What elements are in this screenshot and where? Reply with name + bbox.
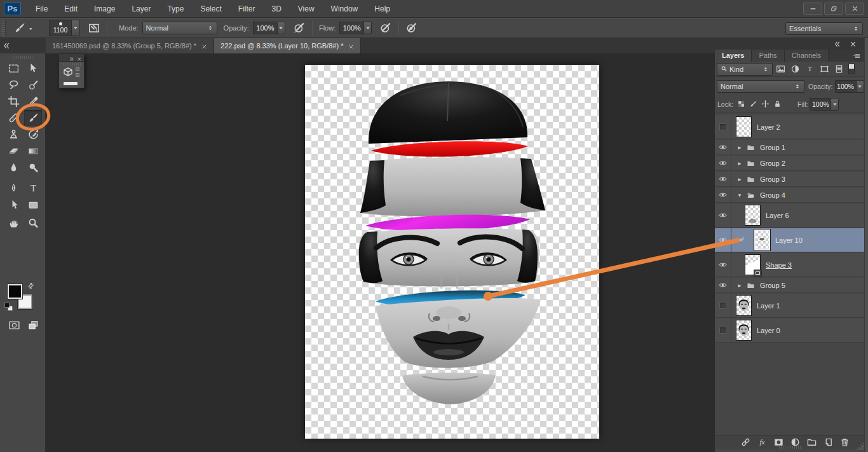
layer-row-layer-1[interactable]: Layer 1 <box>715 294 864 318</box>
panel-tab-paths[interactable]: Paths <box>752 50 784 62</box>
visibility-toggle-empty[interactable] <box>715 115 731 139</box>
toolbar-grip[interactable] <box>13 56 33 59</box>
foreground-color-swatch[interactable] <box>8 284 22 299</box>
brush-presets-panel-icon[interactable] <box>86 21 102 35</box>
close-icon[interactable] <box>850 41 857 48</box>
brush-size-picker[interactable]: 1100 <box>43 20 80 36</box>
clone-stamp-tool[interactable] <box>4 127 22 142</box>
gradient-tool[interactable] <box>24 143 42 159</box>
opacity-control[interactable]: 100% <box>253 22 285 34</box>
move-tool[interactable] <box>24 60 42 76</box>
menu-3d[interactable]: 3D <box>263 0 289 18</box>
type-layer-filter-icon[interactable]: T <box>803 64 817 74</box>
visibility-eye-icon[interactable] <box>715 156 731 170</box>
layer-thumbnail[interactable] <box>736 320 752 341</box>
visibility-toggle-empty[interactable] <box>715 294 731 317</box>
expand-group-icon[interactable]: ► <box>737 176 742 182</box>
blur-tool[interactable] <box>4 160 22 175</box>
current-tool-preset[interactable] <box>11 20 36 36</box>
menu-help[interactable]: Help <box>366 0 398 18</box>
close-icon[interactable] <box>845 3 864 15</box>
smart-object-filter-icon[interactable] <box>832 64 846 74</box>
hand-tool[interactable] <box>4 216 22 231</box>
expand-group-icon[interactable]: ► <box>737 144 742 150</box>
layer-name[interactable]: Layer 2 <box>757 123 780 131</box>
layer-name[interactable]: Group 5 <box>760 282 785 289</box>
quick-selection-tool[interactable] <box>24 77 42 93</box>
layer-row-layer-2[interactable]: Layer 2 <box>715 115 864 139</box>
adjustment-layer-filter-icon[interactable] <box>789 64 802 74</box>
layer-row-layer-10[interactable]: Layer 10 <box>715 228 864 252</box>
collapse-toolbar-icon[interactable] <box>0 38 46 53</box>
path-selection-tool[interactable] <box>4 197 22 213</box>
zoom-tool[interactable] <box>24 216 42 231</box>
new-layer-icon[interactable] <box>823 437 834 448</box>
menu-image[interactable]: Image <box>86 0 123 18</box>
layer-row-layer-6[interactable]: Layer 6 <box>715 203 864 228</box>
collapse-panels-icon[interactable] <box>834 41 841 48</box>
restore-icon[interactable] <box>824 3 843 15</box>
rectangular-marquee-tool[interactable] <box>4 60 22 76</box>
layer-thumbnail[interactable] <box>736 295 752 316</box>
menu-edit[interactable]: Edit <box>56 0 86 18</box>
delete-layer-icon[interactable] <box>839 437 850 448</box>
type-tool[interactable]: T <box>24 181 42 196</box>
filter-kind-select[interactable]: Kind <box>717 63 773 76</box>
shape-layer-filter-icon[interactable] <box>818 64 831 74</box>
layer-name[interactable]: Group 1 <box>760 144 785 151</box>
3d-cube-icon[interactable] <box>62 67 74 78</box>
layer-name[interactable]: Group 3 <box>760 175 785 183</box>
layer-thumbnail[interactable] <box>736 116 752 137</box>
collapse-group-icon[interactable]: ▼ <box>737 192 742 198</box>
spot-healing-brush-tool[interactable] <box>4 110 22 126</box>
layer-fill-control[interactable]: 100% <box>810 98 839 111</box>
menu-view[interactable]: View <box>290 0 323 18</box>
visibility-eye-icon[interactable] <box>715 188 731 202</box>
expand-group-icon[interactable]: ► <box>737 160 742 166</box>
dodge-tool[interactable] <box>24 160 42 175</box>
layer-opacity-control[interactable]: 100% <box>835 80 864 93</box>
crop-tool[interactable] <box>4 93 22 109</box>
new-group-icon[interactable] <box>806 437 817 448</box>
close-icon[interactable] <box>348 43 354 49</box>
layer-thumbnail[interactable] <box>745 254 761 275</box>
airbrush-icon[interactable] <box>378 21 393 35</box>
eraser-tool[interactable] <box>4 143 22 159</box>
layer-name[interactable]: Group 4 <box>760 191 785 199</box>
layer-name[interactable]: Layer 0 <box>757 327 780 334</box>
expand-group-icon[interactable]: ► <box>737 282 742 288</box>
panel-grip[interactable] <box>63 63 81 65</box>
layer-group-row-group-2[interactable]: ►Group 2 <box>715 156 864 171</box>
link-layers-icon[interactable] <box>740 437 751 448</box>
layer-group-row-group-5[interactable]: ►Group 5 <box>715 278 864 293</box>
flow-control[interactable]: 100% <box>339 22 372 34</box>
layer-row-shape-3[interactable]: Shape 3 <box>715 253 864 277</box>
document-canvas[interactable] <box>305 65 599 439</box>
expand-panel-icon[interactable] <box>69 55 74 60</box>
close-icon[interactable] <box>201 43 207 49</box>
layer-row-layer-0[interactable]: Layer 0 <box>715 318 864 343</box>
visibility-toggle-empty[interactable] <box>715 318 731 342</box>
layer-blend-mode-select[interactable]: Normal <box>717 80 804 93</box>
filter-toggle-icon[interactable] <box>848 64 855 74</box>
tablet-pressure-size-icon[interactable] <box>404 21 419 35</box>
panel-tab-layers[interactable]: Layers <box>715 50 752 62</box>
document-tab-active[interactable]: 222.psd @ 8.33% (Layer 10, RGB/8#) * <box>214 38 361 53</box>
options-bar-grip[interactable] <box>1 20 6 36</box>
visibility-eye-icon[interactable] <box>715 172 731 186</box>
close-icon[interactable] <box>77 55 82 60</box>
lock-all-icon[interactable] <box>771 99 783 109</box>
layer-name[interactable]: Shape 3 <box>766 261 792 269</box>
visibility-eye-icon[interactable] <box>715 203 731 227</box>
layer-group-row-group-1[interactable]: ►Group 1 <box>715 140 864 155</box>
swap-colors-icon[interactable]: ⇄ <box>26 281 36 291</box>
menu-file[interactable]: File <box>27 0 56 18</box>
tablet-pressure-opacity-icon[interactable] <box>292 21 307 35</box>
layer-thumbnail[interactable] <box>754 229 770 250</box>
blend-mode-select[interactable]: Normal <box>142 22 217 34</box>
layer-name[interactable]: Group 2 <box>760 160 785 167</box>
panel-tab-channels[interactable]: Channels <box>785 50 829 62</box>
layer-group-row-group-3[interactable]: ►Group 3 <box>715 172 864 187</box>
panel-resize-grip[interactable] <box>779 446 801 449</box>
menu-window[interactable]: Window <box>323 0 367 18</box>
